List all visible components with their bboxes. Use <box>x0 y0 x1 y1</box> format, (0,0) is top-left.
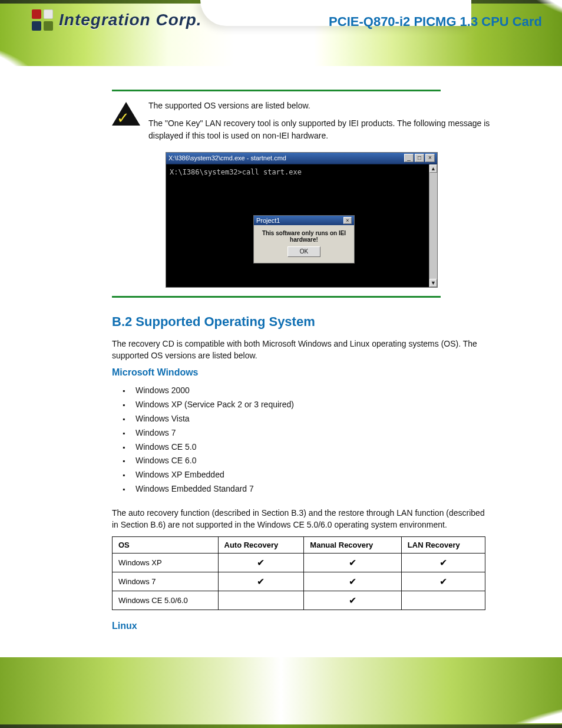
recovery-table: OSAuto RecoveryManual RecoveryLAN Recove… <box>112 536 485 610</box>
check-cell: ✔ <box>218 572 304 591</box>
max-button[interactable]: □ <box>415 154 424 162</box>
message-box: Project1 × This software only runs on IE… <box>253 215 355 263</box>
brand-text: Integration Corp. <box>59 11 202 29</box>
list-item: Windows 2000 <box>135 384 491 398</box>
list-item: Windows 7 <box>135 426 491 440</box>
cmd-window: X:\I386\system32\cmd.exe - startnet.cmd … <box>166 152 438 288</box>
note-line-2: The "One Key" LAN recovery tool is only … <box>148 117 491 141</box>
msg-title: Project1 <box>256 217 280 224</box>
check-cell <box>218 591 304 610</box>
table-header: LAN Recovery <box>401 537 485 554</box>
table-header: OS <box>113 537 219 554</box>
list-item: Windows CE 6.0 <box>135 454 491 468</box>
os-cell: Windows 7 <box>113 572 219 591</box>
list-item: Windows Vista <box>135 412 491 426</box>
rule-mid <box>112 296 441 298</box>
table-note: The auto recovery function (described in… <box>112 507 491 531</box>
check-cell: ✔ <box>304 554 401 572</box>
list-item: Windows CE 5.0 <box>135 440 491 454</box>
supported-os-intro: The recovery CD is compatible with both … <box>112 338 491 362</box>
product-title: PCIE-Q870-i2 PICMG 1.3 CPU Card <box>329 14 542 29</box>
note-line-1: The supported OS versions are listed bel… <box>148 100 491 111</box>
close-button[interactable]: × <box>425 154 435 162</box>
table-header: Manual Recovery <box>304 537 401 554</box>
min-button[interactable]: _ <box>404 154 414 162</box>
page-number: Page 168 <box>41 697 77 707</box>
list-item: Windows XP Embedded <box>135 468 491 482</box>
scroll-down-icon[interactable]: ▼ <box>429 279 437 287</box>
cmd-prompt: X:\I386\system32>call start.exe <box>170 168 302 176</box>
scroll-up-icon[interactable]: ▲ <box>429 164 437 173</box>
msg-close-icon[interactable]: × <box>343 217 352 224</box>
table-row: Windows CE 5.0/6.0✔ <box>113 591 485 610</box>
footer-band <box>0 657 562 728</box>
rule-top <box>112 90 441 91</box>
cmd-title: X:\I386\system32\cmd.exe - startnet.cmd <box>168 154 286 162</box>
check-cell: ✔ <box>401 554 485 572</box>
windows-heading: Microsoft Windows <box>112 367 491 378</box>
list-item: Windows Embedded Standard 7 <box>135 482 491 496</box>
brand-logo: Integration Corp. <box>32 9 202 31</box>
linux-heading: Linux <box>112 621 491 631</box>
page-body: ✓ The supported OS versions are listed b… <box>0 66 562 637</box>
table-row: Windows XP✔✔✔ <box>113 554 485 572</box>
warning-icon: ✓ <box>112 102 140 126</box>
os-cell: Windows XP <box>113 554 219 572</box>
check-cell: ✔ <box>304 572 401 591</box>
supported-os-heading: B.2 Supported Operating System <box>112 314 491 330</box>
scrollbar[interactable]: ▲ ▼ <box>429 164 437 287</box>
msg-text: This software only runs on IEI hardware! <box>262 230 346 243</box>
table-row: Windows 7✔✔✔ <box>113 572 485 591</box>
check-cell: ✔ <box>401 572 485 591</box>
check-cell: ✔ <box>218 554 304 572</box>
list-item: Windows XP (Service Pack 2 or 3 required… <box>135 398 491 412</box>
check-cell: ✔ <box>304 591 401 610</box>
os-cell: Windows CE 5.0/6.0 <box>113 591 219 610</box>
check-cell <box>401 591 485 610</box>
table-header: Auto Recovery <box>218 537 304 554</box>
ok-button[interactable]: OK <box>287 246 320 257</box>
windows-list: Windows 2000Windows XP (Service Pack 2 o… <box>112 384 491 496</box>
